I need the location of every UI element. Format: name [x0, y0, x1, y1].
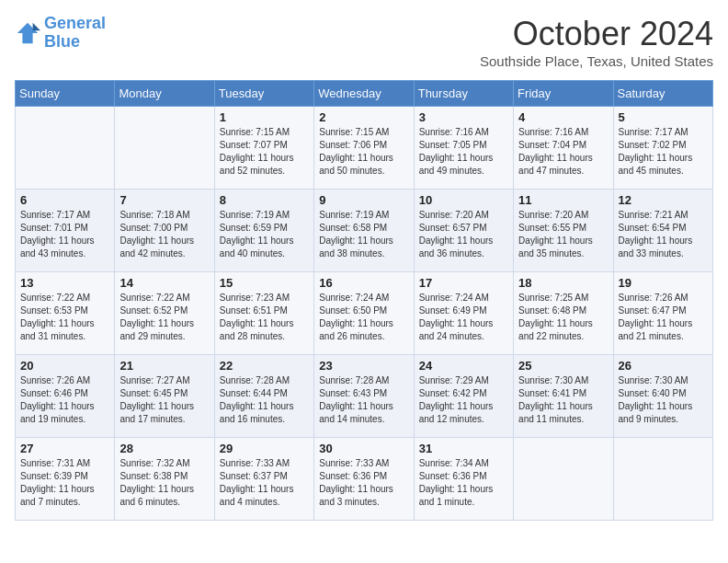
day-info: Sunrise: 7:19 AM Sunset: 6:59 PM Dayligh… [220, 209, 309, 260]
day-number: 9 [319, 193, 408, 207]
day-number: 29 [220, 442, 309, 455]
day-number: 12 [619, 193, 708, 207]
day-info: Sunrise: 7:29 AM Sunset: 6:42 PM Dayligh… [419, 374, 508, 426]
calendar-cell: 1Sunrise: 7:15 AM Sunset: 7:07 PM Daylig… [214, 107, 313, 190]
day-info: Sunrise: 7:28 AM Sunset: 6:44 PM Dayligh… [220, 374, 309, 426]
day-number: 16 [319, 276, 408, 290]
day-number: 28 [119, 442, 209, 455]
calendar-cell: 15Sunrise: 7:23 AM Sunset: 6:51 PM Dayli… [214, 272, 313, 355]
day-number: 24 [419, 359, 508, 373]
column-header-wednesday: Wednesday [314, 81, 414, 107]
column-header-sunday: Sunday [16, 81, 115, 107]
calendar-cell: 12Sunrise: 7:21 AM Sunset: 6:54 PM Dayli… [613, 190, 712, 272]
calendar-cell: 8Sunrise: 7:19 AM Sunset: 6:59 PM Daylig… [214, 190, 313, 272]
day-info: Sunrise: 7:24 AM Sunset: 6:49 PM Dayligh… [419, 292, 508, 343]
calendar-cell [514, 438, 613, 521]
calendar-cell: 24Sunrise: 7:29 AM Sunset: 6:42 PM Dayli… [414, 355, 513, 438]
calendar-cell [115, 107, 214, 190]
logo-icon [15, 20, 40, 46]
calendar-cell: 22Sunrise: 7:28 AM Sunset: 6:44 PM Dayli… [214, 355, 313, 438]
day-info: Sunrise: 7:27 AM Sunset: 6:45 PM Dayligh… [119, 374, 209, 426]
day-info: Sunrise: 7:28 AM Sunset: 6:43 PM Dayligh… [319, 374, 408, 426]
day-number: 7 [119, 193, 209, 207]
calendar-cell: 23Sunrise: 7:28 AM Sunset: 6:43 PM Dayli… [314, 355, 414, 438]
day-info: Sunrise: 7:25 AM Sunset: 6:48 PM Dayligh… [518, 292, 608, 343]
logo-text: General Blue [44, 15, 106, 52]
day-info: Sunrise: 7:22 AM Sunset: 6:52 PM Dayligh… [119, 292, 209, 343]
day-info: Sunrise: 7:30 AM Sunset: 6:40 PM Dayligh… [619, 374, 708, 426]
day-info: Sunrise: 7:22 AM Sunset: 6:53 PM Dayligh… [20, 292, 109, 343]
calendar-table: SundayMondayTuesdayWednesdayThursdayFrid… [15, 80, 713, 521]
day-info: Sunrise: 7:20 AM Sunset: 6:55 PM Dayligh… [518, 209, 608, 260]
calendar-header-row: SundayMondayTuesdayWednesdayThursdayFrid… [16, 81, 713, 107]
calendar-cell: 3Sunrise: 7:16 AM Sunset: 7:05 PM Daylig… [414, 107, 513, 190]
calendar-cell: 16Sunrise: 7:24 AM Sunset: 6:50 PM Dayli… [314, 272, 414, 355]
day-number: 26 [619, 359, 708, 373]
calendar-cell: 27Sunrise: 7:31 AM Sunset: 6:39 PM Dayli… [16, 438, 115, 521]
page-header: General Blue October 2024 Southside Plac… [15, 15, 713, 69]
day-number: 15 [220, 276, 309, 290]
calendar-cell: 19Sunrise: 7:26 AM Sunset: 6:47 PM Dayli… [613, 272, 712, 355]
calendar-cell: 2Sunrise: 7:15 AM Sunset: 7:06 PM Daylig… [314, 107, 414, 190]
calendar-cell: 28Sunrise: 7:32 AM Sunset: 6:38 PM Dayli… [115, 438, 214, 521]
day-number: 1 [220, 110, 309, 124]
logo-line2: Blue [44, 32, 80, 51]
calendar-cell: 4Sunrise: 7:16 AM Sunset: 7:04 PM Daylig… [514, 107, 613, 190]
column-header-tuesday: Tuesday [214, 81, 313, 107]
day-number: 21 [119, 359, 209, 373]
day-number: 2 [319, 110, 408, 124]
day-number: 18 [518, 276, 608, 290]
day-number: 20 [20, 359, 109, 373]
day-info: Sunrise: 7:34 AM Sunset: 6:36 PM Dayligh… [419, 457, 508, 509]
calendar-cell: 6Sunrise: 7:17 AM Sunset: 7:01 PM Daylig… [16, 190, 115, 272]
calendar-week-row: 27Sunrise: 7:31 AM Sunset: 6:39 PM Dayli… [16, 438, 713, 521]
calendar-cell: 30Sunrise: 7:33 AM Sunset: 6:36 PM Dayli… [314, 438, 414, 521]
calendar-cell: 26Sunrise: 7:30 AM Sunset: 6:40 PM Dayli… [613, 355, 712, 438]
day-number: 30 [319, 442, 408, 455]
calendar-cell: 29Sunrise: 7:33 AM Sunset: 6:37 PM Dayli… [214, 438, 313, 521]
day-info: Sunrise: 7:17 AM Sunset: 7:01 PM Dayligh… [20, 209, 109, 260]
day-info: Sunrise: 7:24 AM Sunset: 6:50 PM Dayligh… [319, 292, 408, 343]
column-header-thursday: Thursday [414, 81, 513, 107]
day-info: Sunrise: 7:30 AM Sunset: 6:41 PM Dayligh… [518, 374, 608, 426]
day-number: 11 [518, 193, 608, 207]
calendar-cell: 25Sunrise: 7:30 AM Sunset: 6:41 PM Dayli… [514, 355, 613, 438]
day-number: 17 [419, 276, 508, 290]
calendar-cell: 9Sunrise: 7:19 AM Sunset: 6:58 PM Daylig… [314, 190, 414, 272]
day-number: 14 [119, 276, 209, 290]
day-number: 10 [419, 193, 508, 207]
calendar-cell: 7Sunrise: 7:18 AM Sunset: 7:00 PM Daylig… [115, 190, 214, 272]
day-info: Sunrise: 7:26 AM Sunset: 6:47 PM Dayligh… [619, 292, 708, 343]
calendar-cell: 31Sunrise: 7:34 AM Sunset: 6:36 PM Dayli… [414, 438, 513, 521]
title-block: October 2024 Southside Place, Texas, Uni… [480, 15, 713, 69]
calendar-cell: 5Sunrise: 7:17 AM Sunset: 7:02 PM Daylig… [613, 107, 712, 190]
column-header-friday: Friday [514, 81, 613, 107]
calendar-cell: 13Sunrise: 7:22 AM Sunset: 6:53 PM Dayli… [16, 272, 115, 355]
calendar-week-row: 6Sunrise: 7:17 AM Sunset: 7:01 PM Daylig… [16, 190, 713, 272]
day-info: Sunrise: 7:33 AM Sunset: 6:36 PM Dayligh… [319, 457, 408, 509]
day-info: Sunrise: 7:21 AM Sunset: 6:54 PM Dayligh… [619, 209, 708, 260]
day-number: 8 [220, 193, 309, 207]
day-info: Sunrise: 7:15 AM Sunset: 7:07 PM Dayligh… [220, 126, 309, 178]
logo-line1: General [44, 14, 106, 32]
day-info: Sunrise: 7:18 AM Sunset: 7:00 PM Dayligh… [119, 209, 209, 260]
calendar-cell: 17Sunrise: 7:24 AM Sunset: 6:49 PM Dayli… [414, 272, 513, 355]
day-info: Sunrise: 7:31 AM Sunset: 6:39 PM Dayligh… [20, 457, 109, 509]
day-info: Sunrise: 7:16 AM Sunset: 7:05 PM Dayligh… [419, 126, 508, 178]
day-number: 19 [619, 276, 708, 290]
calendar-cell: 14Sunrise: 7:22 AM Sunset: 6:52 PM Dayli… [115, 272, 214, 355]
day-info: Sunrise: 7:23 AM Sunset: 6:51 PM Dayligh… [220, 292, 309, 343]
day-number: 27 [20, 442, 109, 455]
day-number: 31 [419, 442, 508, 455]
column-header-saturday: Saturday [613, 81, 712, 107]
day-info: Sunrise: 7:17 AM Sunset: 7:02 PM Dayligh… [619, 126, 708, 178]
column-header-monday: Monday [115, 81, 214, 107]
day-info: Sunrise: 7:19 AM Sunset: 6:58 PM Dayligh… [319, 209, 408, 260]
day-info: Sunrise: 7:33 AM Sunset: 6:37 PM Dayligh… [220, 457, 309, 509]
day-info: Sunrise: 7:26 AM Sunset: 6:46 PM Dayligh… [20, 374, 109, 426]
svg-marker-1 [33, 23, 40, 30]
calendar-cell: 21Sunrise: 7:27 AM Sunset: 6:45 PM Dayli… [115, 355, 214, 438]
day-number: 23 [319, 359, 408, 373]
day-number: 4 [518, 110, 608, 124]
location: Southside Place, Texas, United States [480, 53, 713, 69]
